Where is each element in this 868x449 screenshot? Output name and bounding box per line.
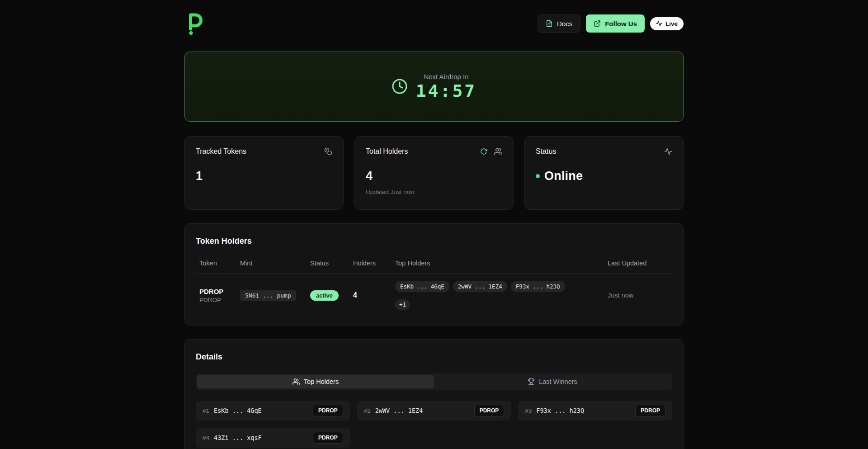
stat-card-total-holders: Total Holders 4 Updated Just now <box>354 136 514 210</box>
token-cell: PDROP PDROP <box>199 288 240 303</box>
header-actions: Docs Follow Us Live <box>538 14 684 33</box>
token-name: PDROP <box>199 288 240 295</box>
token-symbol: PDROP <box>199 297 240 303</box>
coins-icon <box>324 147 332 156</box>
tab-top-holders[interactable]: Top Holders <box>197 375 434 388</box>
live-badge: Live <box>650 17 684 30</box>
holder-address: 43Zi ... xqsF <box>214 434 308 441</box>
token-holders-table: Token Mint Status Holders Top Holders La… <box>196 260 672 312</box>
users-icon <box>292 378 300 385</box>
more-holders-pill: +1 <box>395 299 410 310</box>
stat-card-header: Tracked Tokens <box>196 147 332 156</box>
holder-rank: #4 <box>203 435 209 441</box>
users-icon <box>494 147 502 156</box>
pulse-icon <box>664 147 672 156</box>
docs-button-label: Docs <box>557 20 572 28</box>
status-value-row: Online <box>536 169 672 183</box>
col-token: Token <box>199 260 240 267</box>
token-holders-title: Token Holders <box>196 236 672 246</box>
token-badge: PDROP <box>313 432 343 444</box>
holder-address: F93x ... h23Q <box>536 407 631 414</box>
token-badge: PDROP <box>474 405 505 416</box>
page: Docs Follow Us Live Next Airdrop <box>184 0 684 449</box>
document-icon <box>546 20 553 27</box>
holder-rank: #3 <box>525 407 532 414</box>
refresh-icon[interactable] <box>480 148 487 155</box>
tab-top-holders-label: Top Holders <box>304 378 339 385</box>
airdrop-countdown-block: Next Airdrop In 14:57 <box>392 73 476 100</box>
status-cell: active <box>310 290 353 301</box>
stat-card-status: Status Online <box>524 136 684 210</box>
token-badge: PDROP <box>635 405 665 416</box>
holder-rank: #2 <box>364 407 371 414</box>
holder-address-pill: F93x ... h23Q <box>511 281 565 292</box>
table-header-row: Token Mint Status Holders Top Holders La… <box>196 260 672 274</box>
token-holders-section: Token Holders Token Mint Status Holders … <box>184 223 684 326</box>
external-link-icon <box>594 20 601 27</box>
status-title: Status <box>536 147 556 156</box>
tab-last-winners-label: Last Winners <box>539 378 577 385</box>
clock-icon <box>392 78 408 95</box>
p-logo-icon <box>184 12 205 35</box>
list-item: #2 2wWV ... 1EZ4 PDROP <box>357 401 511 421</box>
tracked-tokens-value: 1 <box>196 169 332 183</box>
top-holders-grid: #1 EsKb ... 4GqE PDROP #2 2wWV ... 1EZ4 … <box>196 401 672 448</box>
holder-address: 2wWV ... 1EZ4 <box>375 407 470 414</box>
total-holders-updated: Updated Just now <box>366 189 502 195</box>
table-row: PDROP PDROP 5N6i ... pump active 4 EsKb … <box>196 274 672 312</box>
col-status: Status <box>310 260 353 267</box>
list-item: #4 43Zi ... xqsF PDROP <box>196 428 350 448</box>
col-holders: Holders <box>353 260 395 267</box>
stat-card-header: Status <box>536 147 672 156</box>
top-holders-cell: EsKb ... 4GqE 2wWV ... 1EZ4 F93x ... h23… <box>395 281 608 310</box>
holder-address: EsKb ... 4GqE <box>214 407 308 414</box>
col-mint: Mint <box>240 260 310 267</box>
follow-us-button-label: Follow Us <box>605 20 637 28</box>
list-item: #1 EsKb ... 4GqE PDROP <box>196 401 350 421</box>
docs-button[interactable]: Docs <box>538 14 580 33</box>
mint-address-pill: 5N6i ... pump <box>240 290 296 301</box>
stat-card-icons <box>480 147 502 156</box>
airdrop-label: Next Airdrop In <box>416 73 476 80</box>
header: Docs Follow Us Live <box>184 0 684 35</box>
total-holders-title: Total Holders <box>366 147 408 156</box>
holders-count: 4 <box>353 291 395 299</box>
activity-icon <box>656 20 662 27</box>
col-last-updated: Last Updated <box>608 260 669 267</box>
online-status-dot <box>536 174 540 178</box>
token-badge: PDROP <box>313 405 343 416</box>
col-top-holders: Top Holders <box>395 260 608 267</box>
airdrop-text: Next Airdrop In 14:57 <box>416 73 476 100</box>
stats-row: Tracked Tokens 1 Total Holders <box>184 136 684 210</box>
status-badge: active <box>310 290 339 301</box>
tracked-tokens-title: Tracked Tokens <box>196 147 246 156</box>
airdrop-banner: Next Airdrop In 14:57 <box>184 52 684 122</box>
details-title: Details <box>196 352 672 362</box>
list-item: #3 F93x ... h23Q PDROP <box>518 401 672 421</box>
details-tabs: Top Holders Last Winners <box>196 373 672 390</box>
tab-last-winners[interactable]: Last Winners <box>434 375 671 388</box>
holder-address-pill: EsKb ... 4GqE <box>395 281 449 292</box>
live-badge-label: Live <box>665 20 678 27</box>
logo[interactable] <box>184 12 205 35</box>
mint-cell: 5N6i ... pump <box>240 290 310 301</box>
stat-card-header: Total Holders <box>366 147 502 156</box>
holder-address-pill: 2wWV ... 1EZ4 <box>453 281 507 292</box>
follow-us-button[interactable]: Follow Us <box>586 14 645 33</box>
details-section: Details Top Holders Last Winners #1 EsKb… <box>184 339 684 449</box>
holder-rank: #1 <box>203 407 209 414</box>
last-updated: Just now <box>608 292 669 299</box>
total-holders-value: 4 <box>366 169 502 183</box>
trophy-icon <box>528 378 535 385</box>
airdrop-countdown: 14:57 <box>416 82 476 100</box>
stat-card-tracked-tokens: Tracked Tokens 1 <box>184 136 344 210</box>
status-value: Online <box>544 169 583 183</box>
